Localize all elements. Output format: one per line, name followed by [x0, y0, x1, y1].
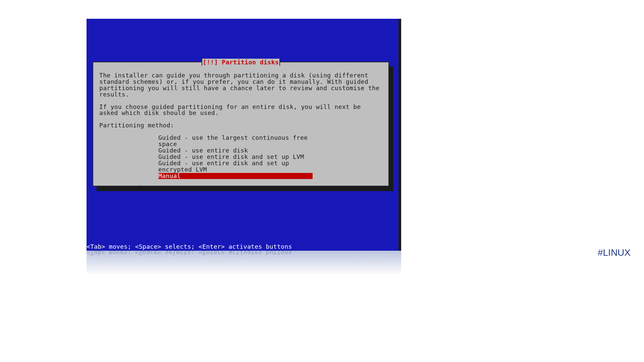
option-guided-free-space[interactable]: Guided - use the largest continuous free… — [158, 135, 313, 147]
hashtag-label: #LINUX — [598, 247, 631, 258]
dialog-title: [!!] Partition disks — [202, 59, 280, 66]
status-bar: <Tab> moves; <Space> selects; <Enter> ac… — [87, 242, 398, 251]
dialog-paragraph-1: The installer can guide you through part… — [99, 72, 382, 98]
dialog-paragraph-2: If you choose guided partitioning for an… — [99, 104, 382, 117]
option-manual[interactable]: Manual — [158, 173, 313, 179]
option-guided-encrypted-lvm[interactable]: Guided - use entire disk and set up encr… — [158, 160, 313, 173]
option-guided-lvm[interactable]: Guided - use entire disk and set up LVM — [158, 154, 313, 160]
partition-method-list: Guided - use the largest continuous free… — [158, 135, 313, 179]
go-back-button[interactable]: <Go Back> — [112, 185, 382, 191]
screen-reflection: <Tab> moves; <Space> selects; <Enter> ac… — [87, 251, 401, 275]
installer-screen: [!!] Partition disks The installer can g… — [87, 19, 401, 251]
method-label: Partitioning method: — [99, 122, 382, 129]
dialog-content: The installer can guide you through part… — [93, 62, 388, 197]
background: [!!] Partition disks The installer can g… — [87, 19, 398, 251]
partition-dialog: [!!] Partition disks The installer can g… — [93, 62, 389, 186]
